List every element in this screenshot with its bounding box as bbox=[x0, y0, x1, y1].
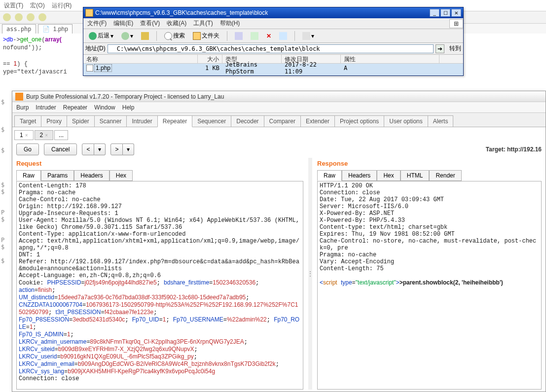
msg-tab-hex[interactable]: Hex bbox=[109, 170, 133, 181]
undo-icon[interactable] bbox=[277, 31, 290, 41]
editor-tab[interactable]: ass.php bbox=[2, 24, 36, 34]
editor-tab[interactable]: 📄 1.php bbox=[38, 24, 73, 34]
burp-main-tabs[interactable]: TargetProxySpiderScannerIntruderRepeater… bbox=[12, 113, 546, 127]
main-tab-sequencer[interactable]: Sequencer bbox=[192, 115, 231, 127]
maximize-button[interactable]: ☐ bbox=[440, 9, 450, 17]
file-name[interactable]: 1.php bbox=[94, 64, 112, 72]
repeater-tab-2[interactable]: 2× bbox=[35, 130, 54, 140]
windows-flag-icon: ⊞ bbox=[449, 19, 463, 28]
main-tab-intruder[interactable]: Intruder bbox=[126, 115, 157, 127]
target-label[interactable]: Target: http://192.16 bbox=[486, 146, 542, 153]
menu-window[interactable]: Window bbox=[94, 104, 115, 111]
burp-menubar[interactable]: Burp Intruder Repeater Window Help bbox=[12, 102, 546, 113]
menu-help[interactable]: 帮助(H) bbox=[220, 19, 240, 28]
msg-tab-raw[interactable]: Raw bbox=[317, 170, 342, 181]
menu-tools[interactable]: 工具(T) bbox=[193, 19, 213, 28]
response-tabs[interactable]: RawHeadersHexHTMLRender bbox=[317, 170, 542, 181]
col-size[interactable]: 大小 bbox=[198, 55, 222, 63]
toolbar-icon[interactable] bbox=[38, 13, 46, 21]
explorer-menu[interactable]: 文件(F) 编辑(E) 查看(V) 收藏(A) 工具(T) 帮助(H) ⊞ bbox=[83, 18, 463, 29]
history-fwd-group[interactable]: >▾ bbox=[110, 143, 134, 155]
go-button[interactable]: Go bbox=[16, 143, 39, 155]
delete-icon[interactable]: ✕ bbox=[264, 31, 274, 41]
editor-menu-settings[interactable]: 设置(T) bbox=[4, 1, 23, 10]
main-tab-spider[interactable]: Spider bbox=[67, 115, 95, 127]
explorer-titlebar[interactable]: C:\www\cms\phpcms_v9.6.3_GBK\caches\cach… bbox=[83, 7, 463, 18]
repeater-panel: 1× 2× ... Go Cancel <▾ >▾ Target: http:/… bbox=[12, 127, 546, 392]
request-body[interactable]: Content-Length: 178 Pragma: no-cache Cac… bbox=[16, 181, 303, 390]
response-pane: Response RawHeadersHexHTMLRender HTTP/1.… bbox=[315, 158, 544, 390]
main-tab-scanner[interactable]: Scanner bbox=[94, 115, 127, 127]
file-type: JetBrains PhpStorm bbox=[222, 61, 282, 75]
menu-edit[interactable]: 编辑(E) bbox=[113, 19, 133, 28]
close-button[interactable]: ✕ bbox=[451, 9, 461, 17]
msg-tab-raw[interactable]: Raw bbox=[16, 170, 41, 181]
go-button[interactable]: 转到 bbox=[449, 44, 461, 53]
main-tab-extender[interactable]: Extender bbox=[300, 115, 335, 127]
repeater-tabs[interactable]: 1× 2× ... bbox=[14, 129, 544, 141]
file-row[interactable]: 1.php 1 KB JetBrains PhpStorm 2017-8-22 … bbox=[83, 64, 463, 72]
menu-file[interactable]: 文件(F) bbox=[87, 19, 107, 28]
main-tab-alerts[interactable]: Alerts bbox=[428, 115, 454, 127]
repeater-tab-more[interactable]: ... bbox=[54, 130, 68, 140]
main-tab-proxy[interactable]: Proxy bbox=[41, 115, 67, 127]
burp-window: Burp Suite Professional v1.7.20 - Tempor… bbox=[12, 91, 546, 392]
up-button[interactable] bbox=[139, 31, 151, 41]
repeater-tab-1[interactable]: 1× bbox=[14, 130, 34, 140]
cancel-button[interactable]: Cancel bbox=[44, 143, 77, 155]
msg-tab-hex[interactable]: Hex bbox=[377, 170, 400, 181]
history-fwd-menu[interactable]: ▾ bbox=[123, 143, 134, 155]
go-arrow-icon[interactable]: ➔ bbox=[436, 44, 444, 53]
main-tab-decoder[interactable]: Decoder bbox=[231, 115, 264, 127]
main-tab-project-options[interactable]: Project options bbox=[334, 115, 384, 127]
col-name[interactable]: 名称 bbox=[83, 55, 198, 63]
file-date: 2017-8-22 11:09 bbox=[282, 61, 341, 75]
views-button[interactable]: ▾ bbox=[300, 31, 317, 41]
toolbar-icon[interactable] bbox=[3, 13, 11, 21]
main-tab-user-options[interactable]: User options bbox=[384, 115, 428, 127]
msg-tab-render[interactable]: Render bbox=[429, 170, 461, 181]
folder-icon bbox=[85, 9, 93, 17]
menu-help[interactable]: Help bbox=[122, 104, 135, 111]
splitter[interactable]: ⋮ bbox=[308, 158, 312, 390]
msg-tab-headers[interactable]: Headers bbox=[74, 170, 109, 181]
history-back[interactable]: < bbox=[82, 143, 94, 155]
folders-button[interactable]: 文件夹 bbox=[190, 30, 222, 41]
menu-favorites[interactable]: 收藏(A) bbox=[167, 19, 186, 28]
msg-tab-html[interactable]: HTML bbox=[400, 170, 430, 181]
main-tab-target[interactable]: Target bbox=[14, 115, 41, 127]
response-body[interactable]: HTTP/1.1 200 OK Connection: close Date: … bbox=[317, 181, 542, 390]
request-tabs[interactable]: RawParamsHeadersHex bbox=[16, 170, 303, 181]
toolbar-icon[interactable] bbox=[15, 13, 23, 21]
burp-titlebar[interactable]: Burp Suite Professional v1.7.20 - Tempor… bbox=[12, 91, 546, 102]
explorer-window: C:\www\cms\phpcms_v9.6.3_GBK\caches\cach… bbox=[83, 7, 464, 76]
repeater-toolbar: Go Cancel <▾ >▾ Target: http://192.16 bbox=[14, 141, 544, 158]
menu-repeater[interactable]: Repeater bbox=[63, 104, 87, 111]
main-tab-comparer[interactable]: Comparer bbox=[264, 115, 301, 127]
history-back-menu[interactable]: ▾ bbox=[94, 143, 106, 155]
back-button[interactable]: 后退 ▾ bbox=[86, 30, 116, 41]
gutter-markers: $ $ $ $ $ P $ P $ $ bbox=[1, 99, 4, 264]
history-fwd[interactable]: > bbox=[110, 143, 123, 155]
col-attr[interactable]: 属性 bbox=[341, 55, 439, 63]
search-button[interactable]: 搜索 bbox=[162, 30, 187, 41]
copy-icon[interactable] bbox=[248, 31, 261, 41]
minimize-button[interactable]: _ bbox=[430, 9, 439, 17]
burp-title-text: Burp Suite Professional v1.7.20 - Tempor… bbox=[26, 93, 224, 100]
main-tab-repeater[interactable]: Repeater bbox=[157, 115, 192, 127]
file-size: 1 KB bbox=[198, 64, 222, 72]
msg-tab-params[interactable]: Params bbox=[41, 170, 74, 181]
editor-menu-macro[interactable]: 宏(O) bbox=[30, 1, 44, 10]
move-icon[interactable] bbox=[232, 31, 245, 41]
php-file-icon bbox=[86, 65, 93, 71]
editor-menu-run[interactable]: 运行(R) bbox=[52, 1, 72, 10]
menu-view[interactable]: 查看(V) bbox=[140, 19, 160, 28]
history-back-group[interactable]: <▾ bbox=[82, 143, 106, 155]
forward-button[interactable]: ▾ bbox=[119, 31, 136, 41]
toolbar-icon[interactable] bbox=[27, 13, 35, 21]
address-label: 地址(D) bbox=[85, 44, 106, 53]
msg-tab-headers[interactable]: Headers bbox=[342, 170, 377, 181]
menu-intruder[interactable]: Intruder bbox=[36, 104, 56, 111]
menu-burp[interactable]: Burp bbox=[16, 104, 29, 111]
address-input[interactable] bbox=[108, 44, 434, 53]
